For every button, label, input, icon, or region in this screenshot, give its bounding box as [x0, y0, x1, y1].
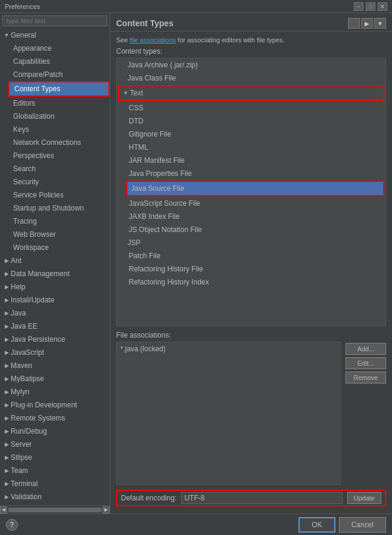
list-item-javascript-source[interactable]: JavaScript Source File [125, 197, 385, 210]
list-item-js-notation[interactable]: JS Object Notation File [125, 223, 385, 236]
sidebar-item-capabilities[interactable]: Capabilities [8, 55, 110, 68]
text-children: CSS DTD Gitignore File HTML JAR Manifest… [117, 101, 385, 236]
sidebar-item-java-persistence[interactable]: ▶ Java Persistence [0, 333, 110, 346]
sidebar-item-help[interactable]: ▶ Help [0, 280, 110, 293]
scroll-thumb[interactable] [8, 508, 101, 512]
list-item-refactoring-history[interactable]: Refactoring History File [125, 262, 385, 276]
add-button[interactable]: Add... [346, 343, 386, 355]
list-item-dtd[interactable]: DTD [125, 115, 385, 128]
file-assoc-list[interactable]: *.java (locked) [116, 342, 341, 485]
expand-icon-stlipse: ▶ [2, 452, 11, 463]
edit-button[interactable]: Edit... [346, 357, 386, 369]
filter-input[interactable] [2, 16, 107, 26]
sidebar-item-perspectives[interactable]: Perspectives [8, 149, 110, 162]
expand-icon-java-ee: ▶ [2, 321, 11, 332]
remove-button[interactable]: Remove [346, 372, 386, 384]
sidebar-item-validation[interactable]: ▶ Validation [0, 490, 110, 503]
sidebar-item-mylyn[interactable]: ▶ Mylyn [0, 385, 110, 398]
cancel-button[interactable]: Cancel [339, 517, 386, 533]
sidebar-item-globalization[interactable]: Globalization [8, 110, 110, 123]
ok-button[interactable]: OK [298, 517, 335, 533]
scroll-right-button[interactable]: ▶ [102, 506, 110, 514]
sidebar-item-service-policies[interactable]: Service Policies [8, 188, 110, 202]
list-item-java-archive[interactable]: Java Archive (.jar/.zip) [117, 58, 385, 72]
sidebar-item-team[interactable]: ▶ Team [0, 464, 110, 477]
list-item-refactoring-history-index[interactable]: Refactoring History Index [125, 276, 385, 289]
sidebar-item-network-connections[interactable]: Network Connections [8, 136, 110, 149]
sidebar-item-terminal[interactable]: ▶ Terminal [0, 477, 110, 490]
bottom-right: OK Cancel [298, 517, 386, 533]
sidebar-label-globalization: Globalization [13, 112, 54, 120]
file-assoc-item-java-locked[interactable]: *.java (locked) [117, 342, 340, 355]
window-title: Preferences [5, 3, 354, 10]
expand-icon-terminal: ▶ [2, 478, 11, 489]
expand-icon-java-persistence: ▶ [2, 334, 11, 345]
file-assoc-buttons: Add... Edit... Remove [346, 342, 386, 485]
nav-back-button[interactable]: ◀ [348, 18, 360, 29]
sidebar-item-server[interactable]: ▶ Server [0, 438, 110, 451]
expand-icon-maven: ▶ [2, 360, 11, 371]
list-item-css[interactable]: CSS [125, 101, 385, 115]
main-layout: ▼ General Appearance Capabilities Compar… [0, 13, 392, 514]
nav-dropdown-button[interactable]: ▼ [374, 18, 386, 29]
content-header: Content Types ◀ ▶ ▼ [110, 13, 392, 32]
expand-icon-javascript: ▶ [2, 347, 11, 358]
sidebar-item-keys[interactable]: Keys [8, 123, 110, 136]
file-associations-link[interactable]: file associations [130, 36, 176, 44]
sidebar-item-java[interactable]: ▶ Java [0, 307, 110, 320]
content-types-list[interactable]: Java Archive (.jar/.zip) Java Class File… [116, 58, 386, 326]
sidebar-item-workspace[interactable]: Workspace [8, 241, 110, 254]
minimize-button[interactable]: − [354, 2, 363, 11]
list-item-java-class-file[interactable]: Java Class File [117, 72, 385, 85]
nav-forward-button[interactable]: ▶ [361, 18, 373, 29]
expand-icon-server: ▶ [2, 439, 11, 450]
title-bar: Preferences − □ ✕ [0, 0, 392, 13]
sidebar-item-tracing[interactable]: Tracing [8, 215, 110, 228]
list-item-jsp[interactable]: JSP [117, 236, 385, 249]
sidebar-item-editors[interactable]: Editors [8, 97, 110, 110]
update-button[interactable]: Update [347, 492, 381, 504]
sidebar-item-javascript[interactable]: ▶ JavaScript [0, 346, 110, 359]
expand-icon-java: ▶ [2, 308, 11, 318]
sidebar-label-ant: Ant [11, 255, 21, 266]
list-item-jar-manifest[interactable]: JAR Manifest File [125, 154, 385, 167]
sidebar-item-stlipse[interactable]: ▶ Stlipse [0, 451, 110, 464]
sidebar-item-web-browser[interactable]: Web Browser [8, 228, 110, 241]
sidebar-item-java-ee[interactable]: ▶ Java EE [0, 320, 110, 333]
horizontal-scroll[interactable]: ◀ ▶ [0, 507, 110, 513]
sidebar-item-startup-shutdown[interactable]: Startup and Shutdown [8, 202, 110, 215]
sidebar-label-tracing: Tracing [13, 217, 37, 225]
list-item-html[interactable]: HTML [125, 141, 385, 154]
sidebar-item-search[interactable]: Search [8, 162, 110, 175]
sidebar-item-general[interactable]: ▼ General [0, 29, 110, 42]
content-body: See file associations for associating ed… [110, 32, 392, 514]
list-item-gitignore[interactable]: Gitignore File [125, 128, 385, 141]
sidebar-label-run-debug: Run/Debug [11, 426, 47, 437]
list-item-jaxb-index[interactable]: JAXB Index File [125, 210, 385, 223]
sidebar-label-validation: Validation [11, 491, 42, 502]
sidebar-item-mybatipse[interactable]: ▶ MyBatipse [0, 372, 110, 385]
list-item-java-properties[interactable]: Java Properties File [125, 167, 385, 180]
help-button[interactable]: ? [6, 519, 18, 531]
sidebar-item-content-types[interactable]: Content Types [8, 81, 110, 97]
maximize-button[interactable]: □ [366, 2, 375, 11]
sidebar-item-plugin-dev[interactable]: ▶ Plug-in Development [0, 398, 110, 412]
sidebar-item-security[interactable]: Security [8, 175, 110, 188]
sidebar-item-appearance[interactable]: Appearance [8, 42, 110, 55]
sidebar-item-maven[interactable]: ▶ Maven [0, 359, 110, 372]
expand-icon-remote: ▶ [2, 413, 11, 423]
sidebar-item-remote-systems[interactable]: ▶ Remote Systems [0, 412, 110, 425]
sidebar: ▼ General Appearance Capabilities Compar… [0, 13, 110, 514]
list-item-patch-file[interactable]: Patch File [125, 249, 385, 262]
sidebar-item-install-update[interactable]: ▶ Install/Update [0, 293, 110, 307]
sidebar-item-compare-patch[interactable]: Compare/Patch [8, 68, 110, 81]
list-item-java-source[interactable]: Java Source File [127, 182, 383, 195]
close-button[interactable]: ✕ [378, 2, 387, 11]
scroll-left-button[interactable]: ◀ [0, 506, 7, 514]
encoding-input[interactable] [181, 492, 342, 504]
sidebar-label-capabilities: Capabilities [13, 57, 50, 66]
sidebar-item-ant[interactable]: ▶ Ant [0, 254, 110, 267]
list-item-text[interactable]: ▼ Text [119, 86, 383, 100]
sidebar-item-run-debug[interactable]: ▶ Run/Debug [0, 425, 110, 438]
sidebar-item-data-management[interactable]: ▶ Data Management [0, 267, 110, 280]
